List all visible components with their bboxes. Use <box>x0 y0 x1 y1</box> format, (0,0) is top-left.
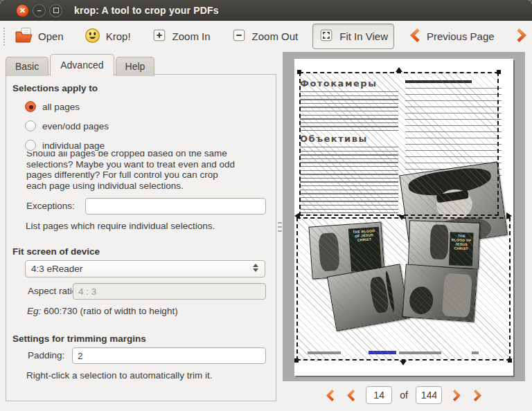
zoom-out-button[interactable]: Zoom Out <box>225 24 305 49</box>
previous-page-button[interactable]: Previous Page <box>402 24 501 49</box>
current-page-input[interactable] <box>366 386 392 404</box>
chevron-left-icon <box>346 389 357 402</box>
minimize-button[interactable]: – <box>33 4 46 17</box>
zoom-out-label: Zoom Out <box>252 30 299 42</box>
radio-all-pages[interactable]: all pages <box>25 100 80 113</box>
chevron-left-icon <box>409 28 421 45</box>
radio-individual-page[interactable]: individual page <box>25 139 105 152</box>
zoom-in-icon <box>152 28 167 45</box>
tab-basic[interactable]: Basic <box>6 57 48 76</box>
app-window: ✕ – krop: A tool to crop your PDFs Open <box>0 0 532 411</box>
selection-handle[interactable] <box>508 358 512 363</box>
exceptions-label: Exceptions: <box>26 201 75 211</box>
aspect-ratio-label: Aspect ratio: <box>28 286 80 296</box>
crop-selection-bottom[interactable] <box>296 217 511 360</box>
fit-in-view-icon <box>319 28 334 45</box>
selection-handle[interactable] <box>497 70 501 74</box>
close-button[interactable]: ✕ <box>16 4 29 17</box>
selection-handle[interactable] <box>506 212 512 219</box>
chevron-right-icon <box>515 28 528 45</box>
selection-handle[interactable] <box>400 360 407 365</box>
trim-heading: Settings for trimming margins <box>12 334 146 344</box>
exceptions-input[interactable] <box>85 198 266 214</box>
of-label: of <box>400 390 408 401</box>
chevron-right-icon <box>450 389 462 402</box>
crop-selection-top[interactable] <box>299 72 499 216</box>
radio-all-pages-label: all pages <box>42 102 80 112</box>
open-button[interactable]: Open <box>9 23 70 50</box>
previous-page-nav-button[interactable] <box>344 388 358 402</box>
padding-input[interactable] <box>72 347 266 364</box>
radio-individual-label: individual page <box>42 140 105 151</box>
previous-page-label: Previous Page <box>427 30 495 42</box>
selections-heading: Selections apply to <box>12 83 98 93</box>
zoom-in-label: Zoom In <box>172 30 211 42</box>
spinner-arrows-icon <box>253 264 258 272</box>
tab-advanced[interactable]: Advanced <box>50 54 114 76</box>
krop-button[interactable]: Krop! <box>78 24 137 50</box>
folder-open-icon <box>15 27 33 46</box>
trim-hint: Right-click a selection to automatically… <box>26 370 213 381</box>
selection-handle[interactable] <box>294 358 299 363</box>
open-label: Open <box>38 30 64 42</box>
selection-handle[interactable] <box>398 215 405 220</box>
toolbar-drag-handle[interactable] <box>3 28 5 46</box>
window-title: krop: A tool to crop your PDFs <box>74 5 219 16</box>
radio-off-icon <box>25 140 36 151</box>
fit-in-view-label: Fit In View <box>339 30 388 42</box>
eg-text: 600:730 (ratio of width to height) <box>41 306 177 316</box>
tab-bar: Basic Advanced Help <box>6 54 156 76</box>
radio-even-odd-pages[interactable]: even/odd pages <box>25 120 109 132</box>
pdf-preview-area[interactable]: Фотокамеры Объективы THE BLOOD OF JESUS … <box>283 52 525 381</box>
selection-handle[interactable] <box>396 67 402 72</box>
total-pages-field[interactable] <box>416 386 442 404</box>
selection-handle[interactable] <box>297 70 301 74</box>
device-combobox[interactable]: 4:3 eReader <box>25 260 265 277</box>
padding-label: Padding: <box>28 350 64 360</box>
eg-prefix: Eg: <box>27 306 41 316</box>
radio-even-odd-label: even/odd pages <box>42 121 109 131</box>
page-navigation: of <box>283 381 525 409</box>
last-page-button[interactable] <box>471 388 485 402</box>
smiley-icon <box>85 28 100 46</box>
next-page-nav-button[interactable] <box>450 388 463 402</box>
selections-description: Should all pages be cropped based on the… <box>26 152 270 193</box>
aspect-ratio-field <box>73 283 266 300</box>
fit-screen-heading: Fit screen of device <box>12 246 100 257</box>
maximize-button[interactable] <box>49 4 62 17</box>
advanced-tab-panel: Selections apply to all pages even/odd p… <box>6 74 276 401</box>
device-combobox-value: 4:3 eReader <box>31 264 82 274</box>
pdf-page: Фотокамеры Объективы THE BLOOD OF JESUS … <box>294 59 513 376</box>
last-page-icon <box>471 389 484 402</box>
next-page-button[interactable]: Next Page <box>509 24 532 49</box>
first-page-button[interactable] <box>323 388 337 402</box>
splitter-handle[interactable] <box>278 222 282 233</box>
fit-in-view-button[interactable]: Fit In View <box>312 24 394 49</box>
selection-handle[interactable] <box>294 212 300 219</box>
first-page-icon <box>323 389 337 402</box>
aspect-ratio-example: Eg: 600:730 (ratio of width to height) <box>27 306 178 316</box>
krop-label: Krop! <box>106 30 131 42</box>
zoom-in-button[interactable]: Zoom In <box>145 24 217 49</box>
exceptions-hint: List pages which require individual sele… <box>26 221 215 231</box>
radio-on-icon <box>25 101 36 112</box>
radio-off-icon <box>25 120 36 131</box>
titlebar: ✕ – krop: A tool to crop your PDFs <box>0 0 532 21</box>
zoom-out-icon <box>231 28 247 45</box>
toolbar: Open Krop! Z <box>0 21 532 52</box>
tab-help[interactable]: Help <box>116 57 155 76</box>
